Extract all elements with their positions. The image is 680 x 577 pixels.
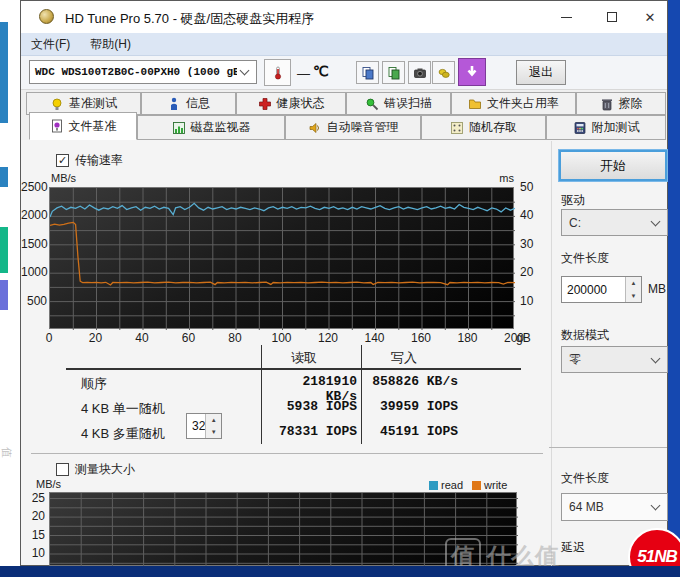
export-button[interactable] xyxy=(432,61,455,84)
tab-random-access[interactable]: 随机存取 xyxy=(421,115,546,140)
background-block xyxy=(0,280,8,310)
speaker-icon xyxy=(308,121,322,135)
maximize-button[interactable] xyxy=(589,1,635,33)
trash-icon xyxy=(600,97,614,111)
tab-strip: 基准测试 信息 健康状态 错误扫描 文件夹占用率 擦除 xyxy=(21,90,667,140)
axis-tick-label: 40 xyxy=(127,331,157,345)
temperature-button[interactable] xyxy=(264,59,291,86)
maximize-icon xyxy=(607,12,617,22)
latency-label: 延迟 xyxy=(561,539,585,556)
tab-aam[interactable]: 自动噪音管理 xyxy=(285,115,421,140)
axis-tick-label: 100 xyxy=(267,331,297,345)
checkbox-checked-icon: ✓ xyxy=(56,154,69,167)
chevron-down-icon xyxy=(651,501,661,511)
stepper-down-icon[interactable]: ▼ xyxy=(206,426,221,438)
axis-tick-label: 140 xyxy=(360,331,390,345)
axis-tick-label: 20 xyxy=(81,331,111,345)
screenshot-button[interactable] xyxy=(408,61,431,84)
drive-select-value: WDC WDS100T2B0C-00PXH0 (1000 gB) xyxy=(30,66,237,78)
folder-icon xyxy=(468,97,482,111)
chevron-down-icon xyxy=(651,216,661,226)
y-axis-unit-label: MB/s xyxy=(51,172,76,184)
stepper-up-icon[interactable]: ▲ xyxy=(626,277,641,290)
titlebar[interactable]: HD Tune Pro 5.70 - 硬盘/固态硬盘实用程序 ✕ xyxy=(21,1,667,33)
tab-folder-usage[interactable]: 文件夹占用率 xyxy=(451,92,576,115)
minimize-button[interactable] xyxy=(543,1,589,33)
y2-axis-unit-label: ms xyxy=(484,172,514,184)
tab-error-scan[interactable]: 错误扫描 xyxy=(346,92,451,115)
legend-read-label: read xyxy=(441,479,463,491)
drive-dropdown[interactable]: C: xyxy=(561,209,668,236)
panel-divider xyxy=(551,141,552,566)
drive-select[interactable]: WDC WDS100T2B0C-00PXH0 (1000 gB) xyxy=(29,60,257,84)
exit-button[interactable]: 退出 xyxy=(516,60,566,85)
tab-health[interactable]: 健康状态 xyxy=(236,92,346,115)
file-length-unit: MB xyxy=(648,282,666,296)
file-length-value: 200000 xyxy=(562,277,625,302)
tab-label: 信息 xyxy=(186,95,210,112)
tab-file-benchmark[interactable]: 文件基准 xyxy=(29,112,137,140)
file-benchmark-icon xyxy=(50,119,64,133)
start-button[interactable]: 开始 xyxy=(559,150,667,181)
tab-label: 文件夹占用率 xyxy=(487,95,559,112)
tab-label: 擦除 xyxy=(619,95,643,112)
close-button[interactable]: ✕ xyxy=(633,1,667,33)
tab-info[interactable]: 信息 xyxy=(141,92,236,115)
thermometer-icon xyxy=(271,66,285,80)
legend-read-swatch xyxy=(429,481,438,490)
tab-label: 附加测试 xyxy=(592,119,640,136)
drive-dropdown-value: C: xyxy=(562,216,648,230)
tab-erase[interactable]: 擦除 xyxy=(576,92,666,115)
menu-file[interactable]: 文件(F) xyxy=(21,33,80,56)
file-length-2-dropdown[interactable]: 64 MB xyxy=(561,493,668,521)
dice-icon xyxy=(450,121,464,135)
file-length-stepper[interactable]: 200000 ▲▼ xyxy=(561,276,642,303)
drive-label: 驱动 xyxy=(561,192,585,209)
chart-legend: read write xyxy=(429,479,507,491)
data-mode-dropdown[interactable]: 零 xyxy=(561,346,668,373)
tab-label: 健康状态 xyxy=(277,95,325,112)
chevron-down-icon xyxy=(651,353,661,363)
desktop-background: 值 HD Tune Pro 5.70 - 硬盘/固态硬盘实用程序 ✕ 文件(F)… xyxy=(0,0,680,577)
stepper-down-icon[interactable]: ▼ xyxy=(626,290,641,303)
temperature-value: — xyxy=(297,66,310,81)
axis-tick-label: 1000 xyxy=(21,265,47,279)
axis-tick-label: 15 xyxy=(21,528,45,542)
axis-tick-label: 160 xyxy=(406,331,436,345)
app-window: HD Tune Pro 5.70 - 硬盘/固态硬盘实用程序 ✕ 文件(F) 帮… xyxy=(20,0,668,566)
menu-help[interactable]: 帮助(H) xyxy=(80,33,141,56)
transfer-rate-checkbox[interactable]: ✓ 传输速率 xyxy=(56,152,123,169)
block-size-checkbox[interactable]: 测量块大小 xyxy=(56,461,135,478)
data-mode-value: 零 xyxy=(562,351,648,368)
tab-label: 文件基准 xyxy=(69,118,117,135)
axis-tick-label: 10 xyxy=(520,294,542,308)
block-size-label: 测量块大小 xyxy=(75,461,135,478)
write-column-header: 写入 xyxy=(354,349,454,367)
axis-tick-label: 2000 xyxy=(21,208,47,222)
save-results-button[interactable] xyxy=(458,58,486,86)
legend-write-swatch xyxy=(472,481,481,490)
tab-label: 随机存取 xyxy=(469,119,517,136)
temperature-unit: ℃ xyxy=(313,63,329,79)
axis-tick-label: 10 xyxy=(21,546,45,560)
row-label-4k-single: 4 KB 单一随机 xyxy=(81,400,165,418)
tab-extra-tests[interactable]: 附加测试 xyxy=(546,115,666,140)
section-divider xyxy=(31,453,543,454)
table-divider xyxy=(361,345,362,444)
copy-image-button[interactable] xyxy=(382,61,405,84)
queue-depth-stepper[interactable]: 32 ▲▼ xyxy=(186,413,222,439)
axis-tick-label: 60 xyxy=(174,331,204,345)
axis-tick-label: 20 xyxy=(520,265,542,279)
row-label-sequential: 顺序 xyxy=(81,375,107,393)
background-block xyxy=(0,167,8,187)
stepper-up-icon[interactable]: ▲ xyxy=(206,414,221,426)
copy-text-button[interactable] xyxy=(356,61,379,84)
transfer-rate-chart-canvas xyxy=(50,188,515,330)
data-mode-label: 数据模式 xyxy=(561,327,609,344)
bulb-icon xyxy=(50,97,64,111)
axis-tick-label: 180 xyxy=(453,331,483,345)
checkbox-unchecked-icon xyxy=(56,463,69,476)
axis-tick-label: 2500 xyxy=(21,180,47,194)
camera-icon xyxy=(413,66,427,80)
tab-disk-monitor[interactable]: 磁盘监视器 xyxy=(137,115,285,140)
